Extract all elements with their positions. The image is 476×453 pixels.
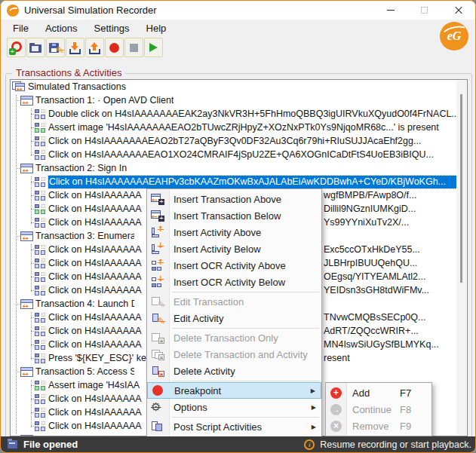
- import-button[interactable]: [66, 38, 84, 57]
- menu-item-edit-activity[interactable]: Edit Activity: [147, 310, 321, 326]
- record-icon: [109, 43, 119, 53]
- activity-icon: [35, 340, 45, 350]
- tree-item-activity[interactable]: Click on H4sIAAAAAAAEAHPv3cbKAAZmOKwBxAJ…: [11, 175, 456, 188]
- add-breakpoint-icon: [330, 387, 342, 399]
- submenu-item-shortcut: F9: [400, 421, 411, 432]
- menu-item-delete-transaction-and-activity[interactable]: Delete Transaction and Activity: [147, 346, 321, 363]
- menu-file[interactable]: File: [5, 20, 37, 36]
- activity-icon: [35, 421, 45, 431]
- transaction-icon: [20, 96, 33, 106]
- close-button[interactable]: [441, 1, 475, 20]
- post-script-activities-icon: [151, 421, 164, 433]
- remove-breakpoint-icon: [330, 421, 342, 432]
- continue-breakpoint-icon: [330, 404, 342, 415]
- record-button[interactable]: [105, 38, 124, 57]
- tree-item-transaction[interactable]: Transaction 1: · Open AVD Client: [11, 93, 456, 107]
- activity-icon: [35, 109, 45, 119]
- breakpoint-icon: [152, 384, 165, 396]
- activity-assert-icon: [35, 381, 45, 390]
- submenu-item-label: Remove: [352, 421, 388, 432]
- menu-settings[interactable]: Settings: [86, 20, 138, 36]
- tree-item-label-continuation: OEgsq/YITYEAMLAtl2...: [324, 270, 425, 283]
- options-icon: [151, 401, 164, 413]
- tree-item-label: Transaction 4: Launch Des: [35, 298, 134, 311]
- tree-item-activity[interactable]: Double click on H4sIAAAAAAAEAK2ay3NkVR3H…: [11, 107, 456, 121]
- insert-transaction-above-icon: [151, 193, 164, 205]
- menu-item-post-script-activities[interactable]: Post Script Activities: [147, 418, 321, 435]
- activity-assert-icon: [35, 204, 45, 214]
- submenu-item-add[interactable]: AddF7: [326, 384, 431, 401]
- tree-item-activity[interactable]: Click on H4sIAAAAAAAEAO2bT27aQByF3Qv0DF3…: [11, 134, 456, 148]
- menu-item-label: Insert Activity Above: [174, 227, 261, 238]
- menu-item-label: Delete Activity: [174, 366, 235, 377]
- menu-item-insert-ocr-activity-below[interactable]: Insert OCR Activity Below: [147, 274, 321, 290]
- close-icon: [454, 6, 463, 15]
- export-icon: [88, 41, 102, 54]
- save-file-button[interactable]: [46, 38, 65, 57]
- tree-item-label: Click on H4sIAAAAAA: [48, 284, 142, 297]
- maximize-icon: [421, 7, 428, 14]
- scrollbar-thumb[interactable]: [460, 94, 462, 283]
- menu-item-delete-activity[interactable]: Delete Activity: [147, 363, 321, 379]
- window-title: Universal Simulation Recorder: [24, 5, 157, 16]
- menu-item-delete-transaction-only[interactable]: Delete Transaction Only: [147, 329, 321, 346]
- new-recording-button[interactable]: [7, 38, 26, 57]
- play-button[interactable]: [144, 38, 163, 57]
- insert-activity-below-icon: [151, 243, 164, 255]
- tree-item-label-continuation: AdRT/ZQQccWRIR+...: [324, 324, 419, 338]
- tree-item-transaction[interactable]: Transaction 2: Sign In: [11, 161, 456, 175]
- save-file-icon: [49, 42, 63, 54]
- maximize-button[interactable]: [407, 1, 441, 20]
- menu-item-label: Insert Transaction Above: [174, 194, 281, 205]
- tree-item-label: Assert image 'H4sIAA: [48, 379, 140, 392]
- status-right-text: Resume recording or start playback.: [320, 439, 471, 450]
- delete-transaction-and-activity-icon: [151, 348, 164, 360]
- tree-item-label: Double click on H4sIAAAAAAAEAK2ay3NkVR3H…: [48, 108, 456, 121]
- activity-icon: [35, 326, 45, 336]
- activity-icon: [35, 245, 45, 255]
- tree-item-activity[interactable]: Click on H4sIAAAAAAAEAO1XO24CMRAIF4jSpU2…: [11, 148, 456, 161]
- tree-item-label: Click on H4sIAAAAAA: [48, 393, 142, 406]
- submenu-item-remove[interactable]: RemoveF9: [326, 418, 431, 434]
- menu-help[interactable]: Help: [138, 20, 175, 36]
- app-logo-icon: [7, 5, 19, 17]
- tree-item-label-continuation: Dillil9NGznIUMKgiD...: [324, 202, 416, 216]
- open-file-button[interactable]: [26, 38, 45, 57]
- transaction-icon: [20, 435, 33, 436]
- submenu-arrow-icon: [311, 387, 315, 394]
- tree-item-label-continuation: Exc5ccOTxHkDeY55...: [324, 243, 420, 256]
- export-button[interactable]: [85, 38, 104, 57]
- menu-separator: [172, 328, 319, 329]
- status-bar: File opened Resume recording or start pl…: [1, 436, 475, 452]
- stop-button[interactable]: [124, 38, 143, 57]
- menu-item-insert-transaction-below[interactable]: Insert Transaction Below: [147, 207, 321, 224]
- tree-item-label: Transaction 3: Enumerate: [35, 230, 134, 243]
- activity-icon: [35, 136, 45, 146]
- tree-item-label: Click on H4sIAAAAAAAEAO2bT27aQByF3Qv0DF3…: [48, 135, 421, 148]
- tree-item-label: Click on H4sIAAAAAAAEAHPv3cbKAAZmOKwBxAJ…: [48, 176, 456, 188]
- menu-item-insert-transaction-above[interactable]: Insert Transaction Above: [147, 191, 321, 207]
- menu-item-insert-activity-above[interactable]: Insert Activity Above: [147, 224, 321, 240]
- transaction-icon: [20, 231, 33, 241]
- menu-item-options[interactable]: Options: [147, 399, 321, 415]
- menu-actions[interactable]: Actions: [37, 20, 86, 36]
- menu-item-insert-ocr-activity-above[interactable]: Insert OCR Activity Above: [147, 257, 321, 274]
- menu-item-edit-transaction[interactable]: Edit Transaction: [147, 293, 321, 310]
- submenu-item-label: Add: [352, 387, 370, 399]
- open-file-icon: [29, 42, 42, 54]
- tree-item-label: Click on H4sIAAAAAA: [48, 243, 142, 256]
- tree-item-label-continuation: Ys99YYniXuTv2X/...: [324, 216, 409, 229]
- new-recording-icon: [9, 41, 24, 54]
- menu-item-label: Delete Transaction Only: [174, 332, 278, 344]
- menu-item-insert-activity-below[interactable]: Insert Activity Below: [147, 240, 321, 257]
- vertical-scrollbar[interactable]: [456, 81, 466, 435]
- menu-item-breakpoint[interactable]: Breakpoint: [147, 382, 321, 399]
- status-right: Resume recording or start playback.: [304, 439, 475, 450]
- minimize-icon: [387, 10, 395, 11]
- menu-separator: [172, 417, 319, 418]
- tree-item-activity[interactable]: Assert image 'H4sIAAAAAAAEAO2bTUwcZRjHpy…: [11, 121, 456, 134]
- submenu-item-continue[interactable]: ContinueF8: [326, 401, 431, 418]
- minimize-button[interactable]: [373, 1, 407, 20]
- menu-item-label: Edit Transaction: [174, 296, 244, 308]
- tree-item-root[interactable]: Simulated Transactions: [11, 80, 456, 93]
